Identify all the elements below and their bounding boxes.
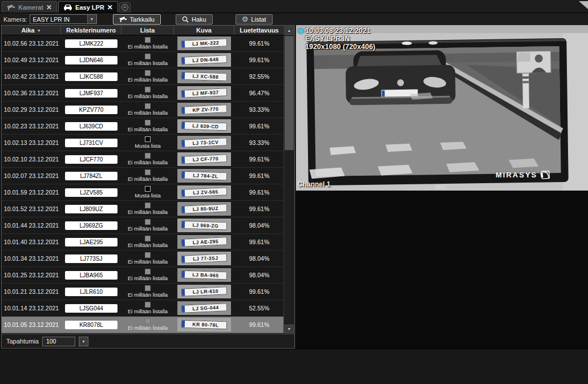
table-row[interactable]: 10.02.42 23.12.2021LJKC588Ei millään lis… bbox=[2, 68, 284, 85]
list-checkbox[interactable] bbox=[145, 219, 151, 225]
plate-crop-image[interactable]: LJ 784-ZL bbox=[177, 169, 231, 183]
plate-number-box[interactable]: LJ639CD bbox=[65, 122, 117, 131]
blacklist-checkbox[interactable] bbox=[145, 136, 151, 142]
haku-button[interactable]: Haku bbox=[176, 14, 213, 25]
table-row[interactable]: 10.01.14 23.12.2021LJSG044Ei millään lis… bbox=[2, 300, 284, 317]
list-checkbox[interactable] bbox=[145, 169, 151, 175]
plate-image-text: LJ CF-770 bbox=[185, 155, 226, 163]
table-row[interactable]: 10.01.59 23.12.2021LJZV585Musta listaLJ … bbox=[2, 184, 284, 201]
camera-select[interactable]: EASY LPR IN ▼ bbox=[30, 14, 97, 24]
plate-crop-image[interactable]: LJ 639-CD bbox=[177, 119, 231, 133]
table-row[interactable]: 10.01.40 23.12.2021LJAE295Ei millään lis… bbox=[2, 234, 284, 250]
plate-crop-image[interactable]: LJ CF-770 bbox=[177, 152, 231, 166]
list-checkbox[interactable] bbox=[145, 252, 151, 258]
new-tab-button[interactable]: + bbox=[119, 2, 131, 13]
column-header-luetettavuus[interactable]: Luetettavuus bbox=[234, 26, 284, 35]
column-header-kuva[interactable]: Kuva bbox=[174, 26, 234, 35]
list-checkbox[interactable] bbox=[145, 70, 151, 76]
cell-plate: LJBA965 bbox=[61, 271, 121, 280]
plate-number-box[interactable]: LJMK222 bbox=[65, 39, 117, 48]
table-row[interactable]: 10.02.23 23.12.2021LJ639CDEi millään lis… bbox=[2, 118, 284, 135]
list-checkbox[interactable] bbox=[145, 103, 151, 109]
table-scrollbar[interactable]: ▲ ▼ bbox=[283, 26, 294, 334]
button-label: Tarkkailu bbox=[130, 16, 155, 23]
tab-easy-lpr[interactable]: Easy LPR ✕ bbox=[58, 1, 118, 13]
plate-number-box[interactable]: KPZV770 bbox=[65, 106, 117, 114]
chevron-down-icon[interactable]: ▼ bbox=[87, 15, 96, 23]
plate-number-box[interactable]: LJKC588 bbox=[65, 72, 117, 81]
table-row[interactable]: 10.01.52 23.12.2021LJ809UZEi millään lis… bbox=[2, 201, 284, 217]
tarkkailu-button[interactable]: Tarkkailu bbox=[113, 14, 161, 25]
events-count-input[interactable]: 100 bbox=[42, 337, 75, 346]
cell-time: 10.01.44 23.12.2021 bbox=[2, 222, 61, 229]
plate-number-box[interactable]: LJDN646 bbox=[65, 56, 117, 64]
table-row[interactable]: 10.02.10 23.12.2021LJCF770Ei millään lis… bbox=[2, 151, 284, 168]
video-view[interactable]: HKC 10.03.08 23.12.2021 EASY LPR IN 1920… bbox=[296, 25, 588, 191]
plate-number-box[interactable]: KR8078L bbox=[65, 321, 117, 329]
plate-number-box[interactable]: LJAE295 bbox=[65, 238, 117, 246]
table-row[interactable]: 10.01.44 23.12.2021LJ969ZGEi millään lis… bbox=[2, 217, 284, 234]
list-checkbox[interactable] bbox=[145, 37, 151, 43]
plate-crop-image[interactable]: LJ 73-1CV bbox=[177, 136, 231, 149]
table-row[interactable]: 10.02.13 23.12.2021LJ731CVMusta listaLJ … bbox=[2, 135, 284, 151]
plate-number-box[interactable]: LJ731CV bbox=[65, 139, 117, 147]
table-row[interactable]: 10.01.21 23.12.2021LJLR610Ei millään lis… bbox=[2, 284, 284, 300]
plate-crop-image[interactable]: LJ LR-610 bbox=[177, 285, 231, 298]
plate-crop-image[interactable]: LJ XC-588 bbox=[177, 70, 231, 83]
table-row[interactable]: 10.02.56 23.12.2021LJMK222Ei millään lis… bbox=[2, 35, 284, 52]
plate-crop-image[interactable]: KP ZV-770 bbox=[177, 103, 231, 116]
plate-crop-image[interactable]: LJ 77-3SJ bbox=[177, 252, 231, 265]
column-header-rekisterinumero[interactable]: Rekisterinumero bbox=[61, 26, 121, 35]
list-checkbox[interactable] bbox=[145, 318, 151, 324]
chevron-down-icon[interactable]: ▼ bbox=[79, 337, 88, 346]
plate-number-box[interactable]: LJSG044 bbox=[65, 304, 117, 313]
table-row[interactable]: 10.02.29 23.12.2021KPZV770Ei millään lis… bbox=[2, 102, 284, 118]
list-checkbox[interactable] bbox=[145, 236, 151, 241]
list-checkbox[interactable] bbox=[145, 120, 151, 126]
table-row[interactable]: 10.02.07 23.12.2021LJ784ZLEi millään lis… bbox=[2, 168, 284, 184]
close-icon[interactable]: ✕ bbox=[107, 5, 113, 10]
column-header-aika[interactable]: Aika▼ bbox=[2, 26, 61, 35]
list-checkbox[interactable] bbox=[145, 54, 151, 59]
list-checkbox[interactable] bbox=[145, 87, 151, 92]
plate-crop-image[interactable]: LJ MK-222 bbox=[177, 37, 231, 50]
scroll-up-icon[interactable]: ▲ bbox=[285, 26, 294, 35]
plate-crop-image[interactable]: LJ AE-295 bbox=[177, 235, 231, 249]
listat-button[interactable]: ⚙ Listat bbox=[236, 14, 273, 25]
plate-number-box[interactable]: LJLR610 bbox=[65, 288, 117, 296]
column-header-lista[interactable]: Lista bbox=[121, 26, 174, 35]
tab-kamerat[interactable]: Kamerat ✕ bbox=[2, 1, 57, 13]
table-row[interactable]: 10.01.34 23.12.2021LJ773SJEi millään lis… bbox=[2, 250, 284, 267]
list-checkbox[interactable] bbox=[145, 203, 151, 208]
scrollbar-thumb[interactable] bbox=[285, 36, 294, 150]
plate-crop-image[interactable]: KR 80-78L bbox=[177, 318, 231, 332]
plate-crop-image[interactable]: LJ SG-044 bbox=[177, 301, 231, 315]
plate-crop-image[interactable]: LJ DN-646 bbox=[177, 53, 231, 67]
plate-crop-image[interactable]: LJ MF-937 bbox=[177, 86, 231, 100]
plate-number-box[interactable]: LJ784ZL bbox=[65, 172, 117, 180]
table-row[interactable]: 10.02.36 23.12.2021LJMF937Ei millään lis… bbox=[2, 85, 284, 102]
plate-number-box[interactable]: LJ809UZ bbox=[65, 205, 117, 213]
close-icon[interactable]: ✕ bbox=[46, 5, 52, 10]
scroll-down-icon[interactable]: ▼ bbox=[285, 325, 294, 333]
list-checkbox[interactable] bbox=[145, 285, 151, 291]
table-row[interactable]: 10.01.05 23.12.2021KR8078LEi millään lis… bbox=[2, 317, 284, 333]
table-row[interactable]: 10.02.49 23.12.2021LJDN646Ei millään lis… bbox=[2, 52, 284, 68]
list-checkbox[interactable] bbox=[145, 269, 151, 274]
table-row[interactable]: 10.01.25 23.12.2021LJBA965Ei millään lis… bbox=[2, 267, 284, 284]
plate-crop-image[interactable]: LJ 80-9UZ bbox=[177, 202, 231, 216]
plate-crop-image[interactable]: LJ BA-965 bbox=[177, 268, 231, 282]
plate-image-text: LJ LR-610 bbox=[185, 287, 226, 296]
list-checkbox[interactable] bbox=[145, 302, 151, 308]
list-checkbox[interactable] bbox=[145, 153, 151, 159]
plate-number-box[interactable]: LJBA965 bbox=[65, 271, 117, 280]
plate-crop-image[interactable]: LJ ZV-585 bbox=[177, 185, 231, 199]
plate-number-box[interactable]: LJ969ZG bbox=[65, 221, 117, 230]
plate-number-box[interactable]: LJCF770 bbox=[65, 155, 117, 164]
plate-crop-image[interactable]: LJ 969-ZG bbox=[177, 219, 231, 232]
plate-number-box[interactable]: LJMF937 bbox=[65, 89, 117, 98]
plate-number-box[interactable]: LJ773SJ bbox=[65, 254, 117, 263]
corner-collapse-icon[interactable] bbox=[579, 1, 588, 9]
blacklist-checkbox[interactable] bbox=[145, 186, 151, 192]
plate-number-box[interactable]: LJZV585 bbox=[65, 188, 117, 197]
